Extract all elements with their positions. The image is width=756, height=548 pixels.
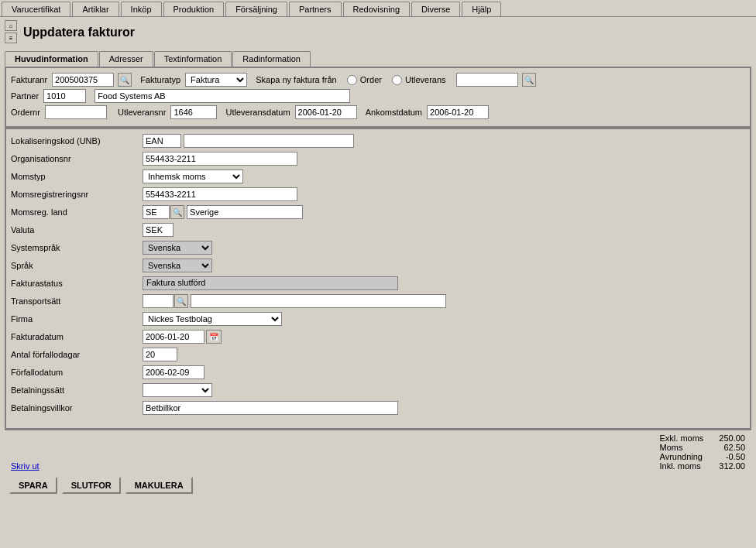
lokaliseringskod-code-input[interactable] [143,134,181,148]
window-icon-group: ⌂ ≡ [5,20,17,45]
fakturadatum-input[interactable] [143,330,204,344]
exkl-label: Exkl. moms [660,433,704,443]
menu-tab-varucertifikat[interactable]: Varucertifikat [2,2,70,16]
ankomstdatum-input[interactable] [427,105,489,119]
betalningsvillkor-input[interactable] [143,401,398,415]
betalningssatt-label: Betalningssätt [11,385,143,395]
menu-tab-partners[interactable]: Partners [289,2,342,16]
action-buttons-area: SPARA SLUTFOR MAKULERA [5,474,751,497]
fakturatyp-label: Fakturatyp [140,75,180,84]
tab-huvudinformation[interactable]: Huvudinformation [5,51,98,67]
ordernr-input[interactable] [45,105,107,119]
spara-button[interactable]: SPARA [9,477,57,494]
lokaliseringskod-extra-input[interactable] [184,134,354,148]
content-area: Huvudinformation Adresser Textinformatio… [0,48,756,500]
momsregistreringsnr-input[interactable] [143,187,297,201]
momsreg-land-code-input[interactable] [143,205,170,219]
menu-tab-forsaljning[interactable]: Försäljning [225,2,287,16]
valuta-input[interactable] [143,223,174,237]
menu-tab-artiklar[interactable]: Artiklar [72,2,119,16]
firma-select[interactable]: Nickes Testbolag [143,312,282,326]
avrundning-label: Avrundning [660,452,703,461]
menu-tab-inkop[interactable]: Inköp [121,2,162,16]
lokaliseringskod-row: Lokaliseringskod (UNB) [11,134,745,148]
sprak-select[interactable]: Svenska [143,259,212,272]
order-radio-label: Order [360,75,382,84]
inkl-value: 312.00 [719,461,745,471]
ordernr-row: Ordernr Utleveransnr Utleveransdatum Ank… [11,105,745,119]
lokaliseringskod-label: Lokaliseringskod (UNB) [11,136,143,146]
fakturanr-search-button[interactable]: 🔍 [118,73,132,87]
skapa-label: Skapa ny faktura från [256,75,337,84]
systemsprak-select[interactable]: Svenska [143,241,212,255]
ankomstdatum-label: Ankomstdatum [366,108,422,117]
utleveransdatum-input[interactable] [295,105,357,119]
faktura-row: Fakturanr 🔍 Fakturatyp Faktura Skapa ny … [11,73,745,87]
partner-id-input[interactable] [43,89,86,103]
avrundning-value: -0.50 [726,452,745,461]
moms-row: Moms 62.50 [660,443,746,452]
momsreg-land-name-input[interactable] [187,205,303,219]
utleverans-search-button[interactable]: 🔍 [522,73,536,87]
page-title: Uppdatera fakturor [23,26,135,39]
momsreg-land-search-button[interactable]: 🔍 [170,205,184,219]
forfallodagar-input[interactable] [143,348,177,361]
fakturastatus-label: Fakturastatus [11,279,143,288]
transportsatt-row: Transportsätt 🔍 [11,294,745,308]
transportsatt-label: Transportsätt [11,296,143,306]
fakturanr-label: Fakturanr [11,75,47,84]
avrundning-row: Avrundning -0.50 [660,452,746,461]
forfallodagar-label: Antal förfallodagar [11,350,143,359]
order-radio[interactable] [347,75,357,85]
forfallodatum-label: Förfallodatum [11,368,143,377]
sprak-label: Språk [11,261,143,270]
print-link[interactable]: Skriv ut [11,461,40,471]
fakturanr-input[interactable] [52,73,114,87]
menu-tab-redovisning[interactable]: Redovisning [343,2,411,16]
top-menu-bar: Varucertifikat Artiklar Inköp Produktion… [0,0,756,17]
form-tabs: Huvudinformation Adresser Textinformatio… [5,51,751,67]
fakturadatum-calendar-button[interactable]: 📅 [206,330,222,344]
forfallodatum-row: Förfallodatum [11,365,745,379]
transportsatt-name-input[interactable] [191,294,446,308]
valuta-label: Valuta [11,225,143,235]
firma-row: Firma Nickes Testbolag [11,312,745,326]
transportsatt-search-button[interactable]: 🔍 [174,294,188,308]
utleverans-radio[interactable] [392,75,402,85]
moms-value: 62.50 [723,443,745,452]
firma-label: Firma [11,314,143,324]
momsreg-land-row: Momsreg. land 🔍 [11,205,745,219]
main-form-area[interactable]: Lokaliseringskod (UNB) Organisationsnr M… [5,128,751,430]
fakturastatus-row: Fakturastatus Faktura slutförd [11,276,745,290]
betalningssatt-select[interactable] [143,383,212,397]
transportsatt-code-input[interactable] [143,294,174,308]
organisationsnr-label: Organisationsnr [11,154,143,163]
fakturastatus-field: Faktura slutförd [143,276,398,290]
tab-textinformation[interactable]: Textinformation [154,51,232,67]
betalningsvillkor-label: Betalningsvillkor [11,403,143,413]
inkl-moms-row: Inkl. moms 312.00 [660,461,746,471]
menu-tab-produktion[interactable]: Produktion [163,2,225,16]
tab-adresser[interactable]: Adresser [99,51,153,67]
betalningsvillkor-row: Betalningsvillkor [11,401,745,415]
forfallodatum-input[interactable] [143,365,204,379]
partner-name-input[interactable] [94,89,350,103]
menu-tab-diverse[interactable]: Diverse [411,2,460,16]
momsregistreringsnr-label: Momsregistreringsnr [11,190,143,199]
makulera-button[interactable]: MAKULERA [125,477,193,494]
slutfor-button[interactable]: SLUTFOR [62,477,121,494]
utleveransnr-input[interactable] [170,105,217,119]
momstyp-select[interactable]: Inhemsk moms [143,170,243,183]
moms-label: Moms [660,443,683,452]
utleveransdatum-label: Utleveransdatum [225,108,290,117]
fakturatyp-select[interactable]: Faktura [185,73,247,87]
totals-area: Exkl. moms 250.00 Moms 62.50 Avrundning … [660,433,746,471]
organisationsnr-input[interactable] [143,152,297,166]
inkl-label: Inkl. moms [660,461,701,471]
partner-label: Partner [11,91,39,101]
menu-tab-hjalp[interactable]: Hjälp [462,2,501,16]
systemsprak-row: Systemspråk Svenska [11,241,745,255]
utleverans-from-input[interactable] [456,73,518,87]
tab-radinformation[interactable]: Radinformation [232,51,311,67]
momstyp-row: Momstyp Inhemsk moms [11,170,745,183]
